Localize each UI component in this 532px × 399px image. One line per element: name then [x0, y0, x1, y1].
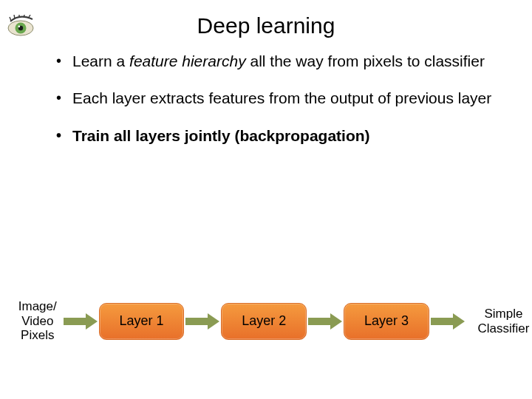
bullet-1: Learn a feature hierarchy all the way fr…	[56, 52, 495, 71]
input-label: Image/ Video Pixels	[13, 299, 62, 343]
svg-point-3	[18, 25, 20, 27]
input-line-3: Pixels	[13, 328, 62, 343]
bullet-1-text-post: all the way from pixels to classifier	[246, 52, 485, 69]
bullet-1-text-pre: Learn a	[72, 52, 129, 69]
bullet-3: Train all layers jointly (backpropagatio…	[56, 126, 495, 146]
layer-2-box: Layer 2	[221, 303, 307, 340]
slide-title: Deep learning	[22, 13, 510, 38]
output-line-2: Classifier	[475, 321, 532, 336]
bullet-list: Learn a feature hierarchy all the way fr…	[56, 52, 495, 146]
arrow-icon	[184, 312, 221, 331]
eye-logo-icon	[6, 15, 44, 41]
pipeline-flow: Image/ Video Pixels Layer 1 Layer 2 Laye…	[13, 299, 532, 343]
output-label: Simple Classifier	[475, 307, 532, 335]
arrow-icon	[62, 312, 99, 331]
input-line-2: Video	[13, 314, 62, 329]
slide: Deep learning Learn a feature hierarchy …	[0, 13, 532, 399]
input-line-1: Image/	[13, 299, 62, 314]
output-line-1: Simple	[475, 307, 532, 321]
bullet-1-em: feature hierarchy	[129, 52, 246, 69]
bullet-2: Each layer extracts features from the ou…	[56, 89, 495, 108]
layer-3-box: Layer 3	[344, 303, 429, 340]
arrow-icon	[307, 312, 344, 331]
layer-1-box: Layer 1	[99, 303, 185, 340]
arrow-icon	[429, 312, 466, 331]
